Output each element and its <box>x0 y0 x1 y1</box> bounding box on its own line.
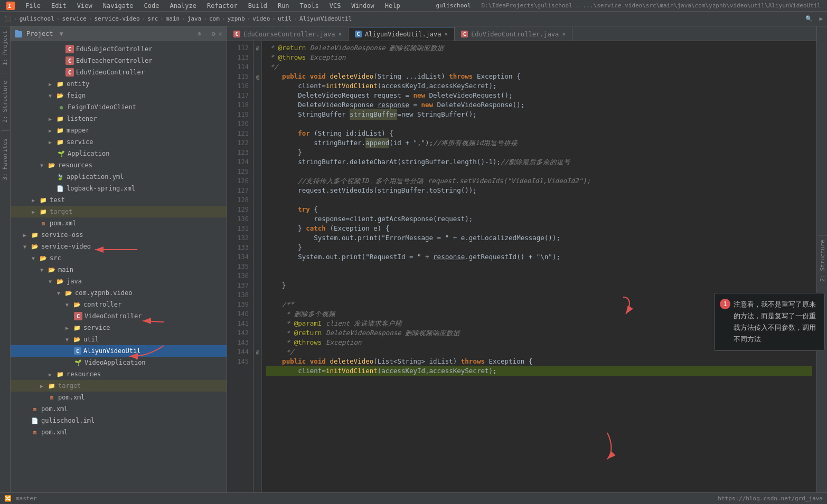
tree-item-gulischool-iml[interactable]: 📄 gulischool.iml <box>11 415 227 426</box>
tree-item-pom3[interactable]: m pom.xml <box>11 403 227 415</box>
code-line-132: System.out.print("ErrorMessage = " + e.g… <box>266 233 812 243</box>
project-panel: Project ▼ ⊕ — ⚙ ✕ C EduSubjectController <box>11 26 227 492</box>
menu-refactor[interactable]: Refactor <box>205 1 240 11</box>
tree-item-service-oss[interactable]: ▶ 📁 service-oss <box>11 229 227 241</box>
tree-item-test[interactable]: ▶ 📁 test <box>11 194 227 206</box>
tree-item-pom2[interactable]: m pom.xml <box>11 392 227 403</box>
menu-help[interactable]: Help <box>383 1 402 11</box>
right-side-panel: 2: Structure <box>816 26 827 492</box>
panel-dropdown[interactable]: ▼ <box>60 30 63 37</box>
breadcrumb-bar: ⬛ › gulischool › service › service-video… <box>0 12 827 26</box>
tree-item-java[interactable]: ▼ 📂 java <box>11 275 227 287</box>
menu-analyze[interactable]: Analyze <box>167 1 199 11</box>
code-line-119: StringBuffer stringBuffer=new StringBuff… <box>266 110 812 119</box>
tree-item-service2[interactable]: ▶ 📁 service <box>11 322 227 334</box>
tree-item-aliyun-util[interactable]: C AliyunVideoUtil <box>11 345 227 357</box>
tree-item-src[interactable]: ▼ 📂 src <box>11 252 227 264</box>
tree-item-service-video[interactable]: ▼ 📂 service-video <box>11 241 227 252</box>
tree-item-logback[interactable]: 📄 logback-spring.xml <box>11 183 227 194</box>
tree-item-application[interactable]: 🌱 Application <box>11 148 227 159</box>
tree-label: listener <box>67 115 97 122</box>
breadcrumb-java[interactable]: java <box>187 15 202 22</box>
menu-edit[interactable]: Edit <box>49 1 69 11</box>
breadcrumb-util[interactable]: util <box>278 15 292 22</box>
tree-label: target <box>58 382 81 389</box>
tab-edu-course[interactable]: C EduCourseController.java ✕ <box>227 27 349 41</box>
menu-window[interactable]: Window <box>349 1 376 11</box>
tree-item-target1[interactable]: ▶ 📁 target <box>11 206 227 217</box>
arrow-down: ▼ <box>65 302 73 308</box>
structure-tab[interactable]: 2: Structure <box>818 235 827 286</box>
tree-item-com-yzpnb[interactable]: ▼ 📂 com.yzpnb.video <box>11 287 227 299</box>
tree-item-mapper[interactable]: ▶ 📁 mapper <box>11 125 227 136</box>
tree-item-util[interactable]: ▼ 📂 util <box>11 334 227 345</box>
tree-item-controller[interactable]: ▼ 📂 controller <box>11 299 227 310</box>
arrow-right: ▶ <box>49 139 56 145</box>
tree-label: VideoApplication <box>84 359 146 366</box>
editor-area: C EduCourseController.java ✕ C AliyunVid… <box>227 26 816 492</box>
project-panel-title: Project <box>26 30 53 37</box>
tab-aliyun-util[interactable]: C AliyunVideoUtil.java ✕ <box>349 27 455 41</box>
locate-icon[interactable]: ⊕ <box>198 30 201 37</box>
tree-item-service[interactable]: ▶ 📁 service <box>11 136 227 148</box>
project-icon[interactable]: 1: Project <box>2 28 8 68</box>
tree-item-main[interactable]: ▼ 📂 main <box>11 264 227 275</box>
menu-file[interactable]: File <box>23 1 43 11</box>
folder-icon: 📂 <box>56 277 64 286</box>
breadcrumb-video[interactable]: video <box>252 15 270 22</box>
menu-view[interactable]: View <box>75 1 95 11</box>
breadcrumb-yzpnb[interactable]: yzpnb <box>227 15 245 22</box>
code-line-123: } <box>266 148 812 157</box>
menu-run[interactable]: Run <box>276 1 292 11</box>
tree-item-video-app[interactable]: 🌱 VideoApplication <box>11 357 227 368</box>
code-editor[interactable]: 112 113 114 115 116 117 118 119 120 121 … <box>227 41 816 492</box>
tree-item-resources2[interactable]: ▶ 📁 resources <box>11 368 227 380</box>
tree-label: mapper <box>67 127 89 134</box>
favorites-icon[interactable]: 3: Favorites <box>2 136 8 182</box>
tree-item-edu-teacher[interactable]: C EduTeacherController <box>11 55 227 66</box>
tree-label: FeignToVideoClient <box>68 103 136 111</box>
breadcrumb-service[interactable]: service <box>62 15 86 22</box>
tree-item-app-yml[interactable]: 🍃 application.yml <box>11 171 227 183</box>
tree-item-feign-client[interactable]: ● FeignToVideoClient <box>11 101 227 113</box>
tree-item-pom4[interactable]: m pom.xml <box>11 426 227 438</box>
code-line-145: client=initVodClient(accessKeyId,accessK… <box>266 366 812 376</box>
tree-item-edu-video[interactable]: C EduVideoController <box>11 66 227 78</box>
collapse-icon[interactable]: — <box>204 30 208 37</box>
code-line-126: //支持传入多个视频ID，多个用逗号分隔 request.setVideoIds… <box>266 176 812 186</box>
menu-vcs[interactable]: VCS <box>327 1 343 11</box>
code-content[interactable]: * @return DeleteVideoResponse 删除视频响应数据 *… <box>262 41 816 492</box>
tab-edu-video[interactable]: C EduVideoController.java ✕ <box>455 27 572 41</box>
breadcrumb-service-video[interactable]: service-video <box>94 15 139 22</box>
tree-item-resources[interactable]: ▼ 📂 resources <box>11 159 227 171</box>
tab-close-button[interactable]: ✕ <box>338 31 342 37</box>
menu-build[interactable]: Build <box>246 1 269 11</box>
tab-close-button[interactable]: ✕ <box>445 31 448 37</box>
tree-item-listener[interactable]: ▶ 📁 listener <box>11 113 227 125</box>
folder-icon: 📁 <box>73 324 81 332</box>
breadcrumb-main[interactable]: main <box>166 15 180 22</box>
tree-item-pom1[interactable]: m pom.xml <box>11 217 227 229</box>
breadcrumb-item[interactable]: ⬛ <box>4 15 12 22</box>
breadcrumb-gulischool[interactable]: gulischool <box>20 15 54 22</box>
breadcrumb-aliyun[interactable]: AliyunVideoUtil <box>299 15 352 22</box>
structure-icon[interactable]: 2: Structure <box>2 79 8 125</box>
tree-item-feign[interactable]: ▼ 📂 feign <box>11 90 227 101</box>
svg-text:I: I <box>8 3 12 9</box>
spring-icon: 🌱 <box>57 149 65 158</box>
tree-label: service <box>67 138 93 146</box>
menu-code[interactable]: Code <box>142 1 162 11</box>
tree-item-entity[interactable]: ▶ 📁 entity <box>11 78 227 90</box>
search-icon[interactable]: 🔍 <box>805 15 813 22</box>
tab-close-button[interactable]: ✕ <box>562 31 566 37</box>
menu-tools[interactable]: Tools <box>298 1 321 11</box>
breadcrumb-src[interactable]: src <box>147 15 158 22</box>
tree-item-video-controller[interactable]: C VideoController <box>11 310 227 322</box>
arrow-down: ▼ <box>32 255 39 261</box>
settings-icon[interactable]: ⚙ <box>212 30 215 37</box>
tree-item-edu-subject[interactable]: C EduSubjectController <box>11 43 227 55</box>
close-panel-icon[interactable]: ✕ <box>219 30 222 37</box>
tree-item-target2[interactable]: ▶ 📁 target <box>11 380 227 392</box>
breadcrumb-com[interactable]: com <box>209 15 220 22</box>
menu-navigate[interactable]: Navigate <box>101 1 136 11</box>
